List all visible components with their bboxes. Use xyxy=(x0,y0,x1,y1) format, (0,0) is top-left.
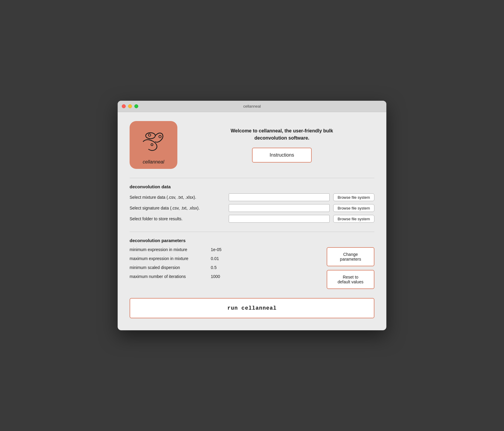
divider-2 xyxy=(130,232,374,232)
header-right: Welcome to cellanneal, the user-friendly… xyxy=(189,127,374,163)
min-expression-value: 1e-05 xyxy=(211,247,222,252)
min-expression-row: minimum expression in mixture 1e-05 xyxy=(130,247,318,252)
params-right: Changeparameters Reset todefault values xyxy=(327,247,374,289)
max-iterations-label: maximum number of iterations xyxy=(130,274,207,279)
max-expression-value: 0.01 xyxy=(211,256,219,261)
browse-results-button[interactable]: Browse file system xyxy=(333,215,374,223)
max-expression-label: maximum expression in mixture xyxy=(130,256,207,261)
svg-point-2 xyxy=(159,135,161,138)
minimize-button[interactable] xyxy=(128,104,132,108)
mixture-data-label: Select mixture data (.csv, .txt, .xlsx). xyxy=(130,195,225,200)
traffic-lights xyxy=(122,104,138,108)
main-content: cellanneal Welcome to cellanneal, the us… xyxy=(118,112,386,330)
min-dispersion-row: minimum scaled dispersion 0.5 xyxy=(130,265,318,270)
app-window: cellanneal cellanneal xyxy=(118,101,386,330)
change-params-button[interactable]: Changeparameters xyxy=(327,247,374,266)
window-title: cellanneal xyxy=(243,104,261,108)
maximize-button[interactable] xyxy=(134,104,138,108)
header-section: cellanneal Welcome to cellanneal, the us… xyxy=(130,121,374,169)
browse-mixture-button[interactable]: Browse file system xyxy=(333,193,374,201)
min-dispersion-value: 0.5 xyxy=(211,265,216,270)
max-expression-row: maximum expression in mixture 0.01 xyxy=(130,256,318,261)
reset-defaults-button[interactable]: Reset todefault values xyxy=(327,270,374,289)
logo-label: cellanneal xyxy=(143,159,164,165)
signature-data-row: Select signature data (.csv, .txt, .xlsx… xyxy=(130,204,374,212)
svg-point-3 xyxy=(151,144,153,146)
welcome-text: Welcome to cellanneal, the user-friendly… xyxy=(231,127,333,142)
instructions-button[interactable]: Instructions xyxy=(252,148,312,163)
params-section-title: deconvolution parameters xyxy=(130,238,374,243)
data-section: deconvolution data Select mixture data (… xyxy=(130,184,374,223)
min-expression-label: minimum expression in mixture xyxy=(130,247,207,252)
signature-data-input[interactable] xyxy=(229,204,330,212)
mixture-data-input[interactable] xyxy=(229,193,330,201)
data-section-title: deconvolution data xyxy=(130,184,374,189)
run-button[interactable]: run cellanneal xyxy=(130,298,374,318)
svg-point-1 xyxy=(148,134,151,136)
results-folder-label: Select folder to store results. xyxy=(130,216,225,221)
signature-data-label: Select signature data (.csv, .txt, .xlsx… xyxy=(130,206,225,210)
divider-1 xyxy=(130,178,374,178)
params-grid: minimum expression in mixture 1e-05 maxi… xyxy=(130,247,374,289)
close-button[interactable] xyxy=(122,104,126,108)
results-folder-input[interactable] xyxy=(229,215,330,223)
max-iterations-value: 1000 xyxy=(211,274,220,279)
params-section: deconvolution parameters minimum express… xyxy=(130,238,374,289)
params-left: minimum expression in mixture 1e-05 maxi… xyxy=(130,247,318,289)
titlebar: cellanneal xyxy=(118,101,386,112)
min-dispersion-label: minimum scaled dispersion xyxy=(130,265,207,270)
logo-box: cellanneal xyxy=(130,121,177,169)
run-section: run cellanneal xyxy=(130,298,374,318)
max-iterations-row: maximum number of iterations 1000 xyxy=(130,274,318,279)
results-folder-row: Select folder to store results. Browse f… xyxy=(130,215,374,223)
mixture-data-row: Select mixture data (.csv, .txt, .xlsx).… xyxy=(130,193,374,201)
browse-signature-button[interactable]: Browse file system xyxy=(333,204,374,212)
logo-image xyxy=(134,125,173,158)
